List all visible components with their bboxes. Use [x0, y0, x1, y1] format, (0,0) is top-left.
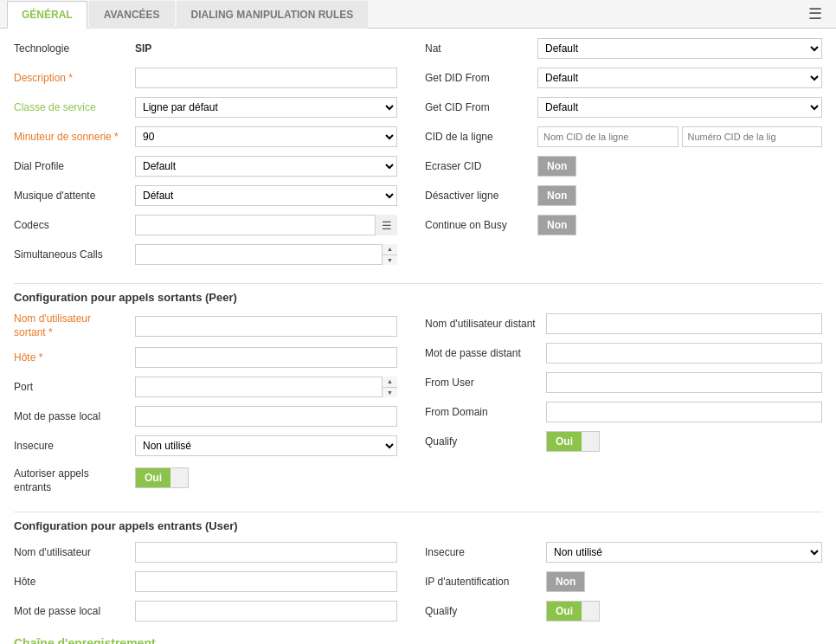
dial-profile-select[interactable]: Default	[135, 156, 397, 177]
nom-utilisateur-distant-row: Nom d'utilisateur distant	[425, 312, 822, 335]
mot-de-passe-local-label: Mot de passe local	[14, 410, 135, 422]
desactiver-ligne-non[interactable]: Non	[538, 186, 576, 205]
ip-autentification-non[interactable]: Non	[547, 572, 584, 591]
mot-de-passe-distant-row: Mot de passe distant	[425, 342, 822, 364]
list-view-icon[interactable]: ☰	[801, 0, 829, 28]
hote-entrant-input[interactable]	[135, 571, 397, 592]
autoriser-appels-label: Autoriser appelsentrants	[14, 467, 135, 494]
tab-general[interactable]: GÉNÉRAL	[7, 1, 87, 29]
qualify-entrant-oui[interactable]: Oui	[547, 602, 582, 621]
qualify-entrant-label: Qualify	[425, 605, 546, 617]
cid-num-input[interactable]	[682, 126, 823, 147]
hote-label: Hôte *	[14, 351, 135, 364]
simultaneous-calls-row: Simultaneous Calls Unlimited ▲ ▼	[14, 243, 397, 266]
simultaneous-calls-input[interactable]: Unlimited	[135, 244, 397, 265]
port-stepper-up[interactable]: ▲	[383, 377, 397, 388]
nom-utilisateur-sortant-row: Nom d'utilisateursortant * 501	[14, 312, 397, 339]
get-cid-select[interactable]: Default	[537, 97, 822, 118]
stepper-down[interactable]: ▼	[383, 255, 397, 266]
get-cid-row: Get CID From Default	[425, 96, 822, 119]
qualify-entrant-toggle: Oui	[546, 601, 600, 621]
continue-busy-toggle: Non	[537, 215, 576, 235]
qualify-entrant-non[interactable]	[582, 602, 599, 621]
app-container: GÉNÉRAL AVANCÉES DIALING MANIPULATION RU…	[0, 0, 836, 644]
autoriser-appels-non[interactable]	[170, 468, 188, 487]
from-domain-label: From Domain	[425, 406, 546, 418]
classe-service-select[interactable]: Ligne par défaut	[135, 97, 397, 118]
qualify-sortant-oui[interactable]: Oui	[547, 432, 582, 451]
nat-row: Nat Default	[425, 37, 822, 60]
section-sortants-title: Configuration pour appels sortants (Peer…	[14, 283, 822, 304]
chaine-title: Chaîne d'enregistrement	[14, 636, 822, 644]
nom-utilisateur-sortant-input[interactable]: 501	[135, 316, 397, 337]
nom-utilisateur-entrant-input[interactable]	[135, 542, 397, 563]
insecure-sortant-row: Insecure Non utilisé	[14, 435, 397, 457]
description-input[interactable]: Sortie Free	[135, 68, 397, 88]
nom-utilisateur-distant-label: Nom d'utilisateur distant	[425, 318, 546, 330]
insecure-sortant-select[interactable]: Non utilisé	[135, 435, 397, 456]
nat-select[interactable]: Default	[537, 38, 822, 59]
main-content: Technologie SIP Description * Sortie Fre…	[0, 29, 836, 644]
dial-profile-label: Dial Profile	[14, 160, 135, 172]
continue-busy-non[interactable]: Non	[538, 216, 576, 235]
musique-attente-row: Musique d'attente Défaut	[14, 184, 397, 207]
insecure-entrant-label: Insecure	[425, 546, 546, 558]
tab-dialing[interactable]: DIALING MANIPULATION RULES	[177, 1, 369, 29]
mot-de-passe-local-entrant-row: Mot de passe local	[14, 600, 397, 622]
mot-de-passe-distant-input[interactable]	[546, 343, 822, 364]
hote-entrant-row: Hôte	[14, 570, 397, 593]
ip-autentification-toggle: Non	[546, 571, 585, 592]
from-user-label: From User	[425, 377, 546, 389]
continue-busy-row: Continue on Busy Non	[425, 214, 822, 236]
ip-autentification-label: IP d'autentification	[425, 576, 546, 588]
stepper-up[interactable]: ▲	[383, 244, 397, 255]
get-did-select[interactable]: Default	[537, 68, 822, 88]
port-stepper: ▲ ▼	[382, 377, 397, 397]
desactiver-ligne-toggle: Non	[537, 185, 576, 206]
port-input[interactable]	[135, 377, 397, 397]
qualify-sortant-label: Qualify	[425, 435, 546, 448]
minuteur-select[interactable]: 90	[135, 126, 397, 147]
insecure-entrant-select[interactable]: Non utilisé	[546, 542, 822, 563]
port-label: Port	[14, 381, 135, 393]
mot-de-passe-local-entrant-label: Mot de passe local	[14, 605, 135, 617]
mot-de-passe-local-row: Mot de passe local 1234	[14, 405, 397, 428]
qualify-sortant-toggle: Oui	[546, 431, 600, 452]
technology-label: Technologie	[14, 42, 135, 55]
musique-attente-select[interactable]: Défaut	[135, 185, 397, 206]
from-user-input[interactable]	[546, 372, 822, 393]
nom-utilisateur-distant-input[interactable]	[546, 313, 822, 334]
simultaneous-calls-label: Simultaneous Calls	[14, 248, 135, 261]
qualify-entrant-row: Qualify Oui	[425, 600, 822, 622]
cid-ligne-label: CID de la ligne	[425, 131, 537, 143]
musique-attente-label: Musique d'attente	[14, 190, 135, 202]
desactiver-ligne-row: Désactiver ligne Non	[425, 184, 822, 207]
autoriser-appels-toggle: Oui	[135, 467, 189, 488]
ip-autentification-row: IP d'autentification Non	[425, 570, 822, 593]
ecraser-cid-non[interactable]: Non	[538, 157, 576, 176]
tab-advanced[interactable]: AVANCÉES	[89, 1, 175, 29]
codecs-row: Codecs ☰	[14, 214, 397, 236]
mot-de-passe-local-entrant-input[interactable]	[135, 601, 397, 621]
mot-de-passe-local-input[interactable]: 1234	[135, 406, 397, 427]
get-cid-label: Get CID From	[425, 101, 537, 113]
desactiver-ligne-label: Désactiver ligne	[425, 190, 537, 202]
get-did-label: Get DID From	[425, 72, 537, 84]
autoriser-appels-oui[interactable]: Oui	[136, 468, 170, 487]
cid-nom-input[interactable]	[537, 126, 678, 147]
dial-profile-row: Dial Profile Default	[14, 155, 397, 177]
insecure-entrant-row: Insecure Non utilisé	[425, 541, 822, 564]
from-domain-input[interactable]	[546, 402, 822, 422]
codecs-list-button[interactable]: ☰	[375, 215, 397, 235]
qualify-sortant-non[interactable]	[582, 432, 599, 451]
codecs-input[interactable]	[135, 215, 397, 235]
simultaneous-calls-stepper: ▲ ▼	[382, 244, 397, 265]
autoriser-appels-row: Autoriser appelsentrants Oui	[14, 464, 397, 494]
classe-service-label: Classe de service	[14, 101, 135, 113]
hote-row: Hôte * 192.168.1.158	[14, 346, 397, 369]
hote-input[interactable]: 192.168.1.158	[135, 347, 397, 368]
get-did-row: Get DID From Default	[425, 67, 822, 89]
cid-ligne-row: CID de la ligne	[425, 126, 822, 148]
port-stepper-down[interactable]: ▼	[383, 388, 397, 398]
nom-utilisateur-sortant-label: Nom d'utilisateursortant *	[14, 312, 135, 339]
